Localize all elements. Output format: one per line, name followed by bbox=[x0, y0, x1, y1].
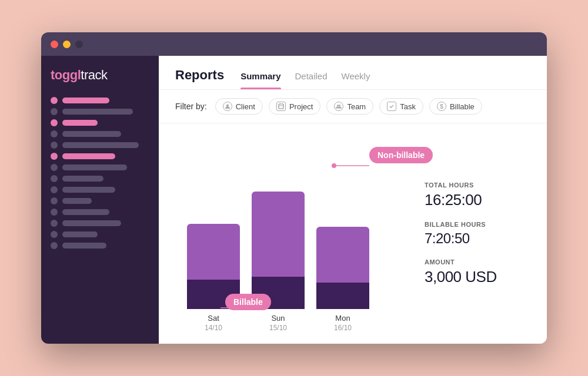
sidebar-item-10[interactable] bbox=[51, 209, 149, 216]
client-icon bbox=[223, 102, 232, 111]
filter-chip-team[interactable]: Team bbox=[326, 98, 373, 115]
bar-group-sat: Sat14/10 bbox=[187, 224, 240, 332]
bar-day: Sun bbox=[269, 314, 287, 323]
sidebar-item-8[interactable] bbox=[51, 186, 149, 193]
tabs: SummaryDetailedWeekly bbox=[240, 71, 370, 89]
sidebar-item-7[interactable] bbox=[51, 175, 149, 182]
billable-hours-label: BILLABLE HOURS bbox=[425, 221, 530, 228]
sidebar-dot bbox=[51, 186, 58, 193]
bar-date: 16/10 bbox=[334, 324, 352, 332]
filter-chip-task[interactable]: Task bbox=[379, 98, 423, 115]
sidebar-bar bbox=[62, 231, 98, 237]
chart-area: Sat14/10Sun15/10Mon16/10 Non-billable Bi… bbox=[175, 135, 407, 332]
task-icon bbox=[387, 102, 396, 111]
sidebar-item-3[interactable] bbox=[51, 130, 149, 137]
team-icon bbox=[334, 102, 343, 111]
amount-label: AMOUNT bbox=[425, 258, 530, 266]
sidebar-bar bbox=[62, 131, 121, 137]
sidebar-bar bbox=[62, 164, 127, 170]
sidebar-dot bbox=[51, 97, 58, 104]
sidebar-item-5[interactable] bbox=[51, 153, 149, 160]
tooltip-connector bbox=[334, 156, 375, 180]
sidebar-bar bbox=[62, 243, 106, 249]
sidebar-bar bbox=[62, 153, 115, 159]
sidebar-bar bbox=[62, 198, 92, 204]
sidebar-dot bbox=[51, 209, 58, 216]
maximize-dot[interactable] bbox=[75, 41, 83, 48]
project-icon bbox=[276, 102, 286, 111]
bar-non-billable bbox=[187, 224, 240, 280]
page-title: Reports bbox=[175, 68, 224, 83]
tab-weekly[interactable]: Weekly bbox=[342, 71, 370, 89]
bar-non-billable bbox=[316, 227, 369, 283]
titlebar bbox=[41, 32, 547, 56]
sidebar-item-1[interactable] bbox=[51, 108, 149, 115]
sidebar-dot bbox=[51, 231, 58, 238]
bar-non-billable bbox=[252, 192, 305, 277]
sidebar-dot bbox=[51, 197, 58, 204]
bar-date: 14/10 bbox=[205, 324, 222, 332]
svg-point-6 bbox=[332, 163, 336, 168]
svg-point-3 bbox=[337, 105, 339, 106]
sidebar-dot bbox=[51, 242, 58, 249]
svg-point-4 bbox=[339, 105, 340, 106]
sidebar-dot bbox=[51, 108, 58, 115]
bar-billable bbox=[316, 283, 369, 309]
sidebar: toggl track bbox=[41, 56, 159, 344]
sidebar-nav bbox=[51, 97, 149, 249]
bar-group-mon: Mon16/10 bbox=[316, 227, 369, 332]
filter-chip-label-client: Client bbox=[236, 102, 255, 111]
minimize-dot[interactable] bbox=[63, 41, 71, 48]
total-hours-value: 16:25:00 bbox=[425, 191, 530, 209]
sidebar-bar bbox=[62, 220, 121, 226]
main-header: Reports SummaryDetailedWeekly bbox=[159, 56, 547, 90]
filter-chips: ClientProjectTeamTask$Billable bbox=[215, 98, 482, 115]
sidebar-dot bbox=[51, 164, 58, 171]
filter-chip-project[interactable]: Project bbox=[269, 98, 320, 115]
total-hours-stat: TOTAL HOURS 16:25:00 bbox=[425, 182, 530, 209]
sidebar-item-2[interactable] bbox=[51, 119, 149, 126]
content-area: Sat14/10Sun15/10Mon16/10 Non-billable Bi… bbox=[159, 123, 547, 344]
bar-label-sun: Sun15/10 bbox=[269, 314, 287, 332]
billable-hours-stat: BILLABLE HOURS 7:20:50 bbox=[425, 221, 530, 247]
sidebar-item-4[interactable] bbox=[51, 142, 149, 149]
filter-label: Filter by: bbox=[175, 102, 207, 111]
filter-chip-label-billable: Billable bbox=[450, 102, 475, 111]
sidebar-bar bbox=[62, 109, 133, 115]
filter-chip-billable[interactable]: $Billable bbox=[429, 98, 482, 115]
bar-day: Mon bbox=[334, 314, 352, 323]
sidebar-bar bbox=[62, 98, 109, 103]
bar-label-sat: Sat14/10 bbox=[205, 314, 222, 332]
tab-detailed[interactable]: Detailed bbox=[295, 71, 328, 89]
sidebar-bar bbox=[62, 187, 115, 193]
filter-chip-label-task: Task bbox=[400, 102, 416, 111]
filter-chip-label-project: Project bbox=[289, 102, 313, 111]
tooltip-non-billable: Non-billable bbox=[369, 147, 433, 163]
billable-hours-value: 7:20:50 bbox=[425, 230, 530, 247]
svg-point-8 bbox=[250, 306, 255, 310]
sidebar-bar bbox=[62, 209, 109, 215]
svg-rect-1 bbox=[279, 104, 283, 109]
tooltip-connector-billable bbox=[220, 302, 262, 314]
main-content: Reports SummaryDetailedWeekly Filter by:… bbox=[159, 56, 547, 344]
sidebar-bar bbox=[62, 176, 103, 182]
tab-summary[interactable]: Summary bbox=[240, 71, 280, 89]
filter-chip-label-team: Team bbox=[347, 102, 366, 111]
svg-point-0 bbox=[226, 105, 229, 107]
sidebar-item-9[interactable] bbox=[51, 197, 149, 204]
filter-chip-client[interactable]: Client bbox=[215, 98, 263, 115]
total-hours-label: TOTAL HOURS bbox=[425, 182, 530, 189]
sidebar-item-13[interactable] bbox=[51, 242, 149, 249]
sidebar-dot bbox=[51, 119, 58, 126]
sidebar-item-11[interactable] bbox=[51, 220, 149, 227]
stats-panel: TOTAL HOURS 16:25:00 BILLABLE HOURS 7:20… bbox=[425, 135, 530, 332]
close-dot[interactable] bbox=[51, 41, 58, 48]
billable-icon: $ bbox=[437, 102, 446, 111]
sidebar-item-6[interactable] bbox=[51, 164, 149, 171]
amount-stat: AMOUNT 3,000 USD bbox=[425, 258, 530, 286]
sidebar-item-12[interactable] bbox=[51, 231, 149, 238]
sidebar-item-0[interactable] bbox=[51, 97, 149, 104]
bar-label-mon: Mon16/10 bbox=[334, 314, 352, 332]
amount-value: 3,000 USD bbox=[425, 268, 530, 286]
sidebar-dot bbox=[51, 220, 58, 227]
